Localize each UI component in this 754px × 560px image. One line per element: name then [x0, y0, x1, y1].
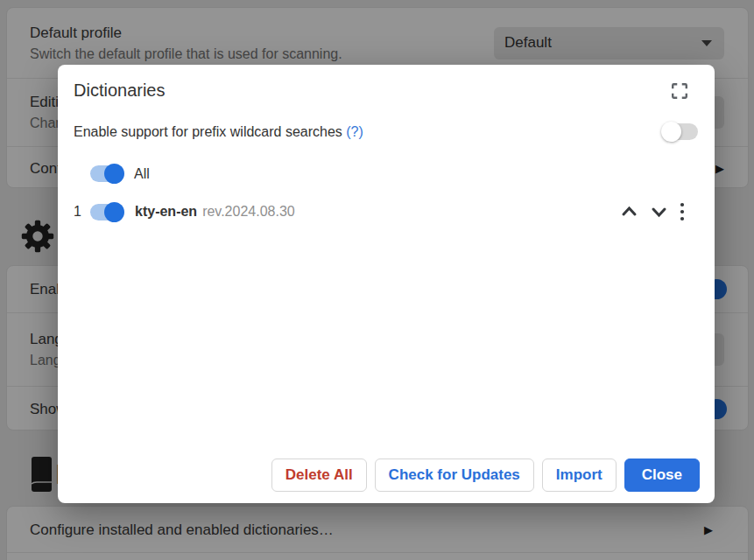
toggle-knob [661, 122, 681, 142]
delete-all-button[interactable]: Delete All [271, 458, 367, 492]
all-dictionaries-row: All [58, 165, 715, 182]
chevron-up-icon [620, 204, 638, 220]
settings-page: Default profile Switch the default profi… [0, 0, 754, 560]
close-button[interactable]: Close [624, 458, 700, 492]
move-down-button[interactable] [650, 204, 668, 220]
kebab-menu-icon [680, 202, 685, 221]
dictionary-index: 1 [74, 204, 90, 220]
wildcard-help-link[interactable]: (?) [346, 124, 363, 139]
wildcard-setting-row: Enable support for prefix wildcard searc… [58, 123, 715, 140]
fullscreen-icon [670, 81, 689, 101]
modal-header: Dictionaries [58, 65, 715, 101]
wildcard-toggle[interactable] [663, 123, 698, 140]
dictionary-revision: rev.2024.08.30 [202, 204, 295, 220]
check-for-updates-button[interactable]: Check for Updates [375, 458, 534, 492]
all-toggle[interactable] [90, 165, 122, 182]
modal-footer: Delete All Check for Updates Import Clos… [58, 458, 715, 503]
move-up-button[interactable] [620, 204, 638, 220]
dictionary-name: kty-en-en [135, 204, 197, 220]
fullscreen-button[interactable] [670, 81, 689, 101]
wildcard-label: Enable support for prefix wildcard searc… [74, 124, 363, 140]
import-button[interactable]: Import [542, 458, 617, 492]
dictionary-row: 1 kty-en-en rev.2024.08.30 [58, 202, 715, 221]
dictionary-menu-button[interactable] [680, 202, 685, 221]
dictionary-toggle[interactable] [90, 204, 122, 220]
wildcard-label-text: Enable support for prefix wildcard searc… [74, 124, 342, 139]
dictionaries-modal: Dictionaries Enable support for prefix w… [58, 65, 715, 503]
all-toggle-label: All [134, 166, 150, 182]
modal-title: Dictionaries [74, 80, 165, 101]
toggle-knob [104, 164, 124, 184]
chevron-down-icon [650, 204, 668, 220]
toggle-knob [104, 202, 124, 222]
